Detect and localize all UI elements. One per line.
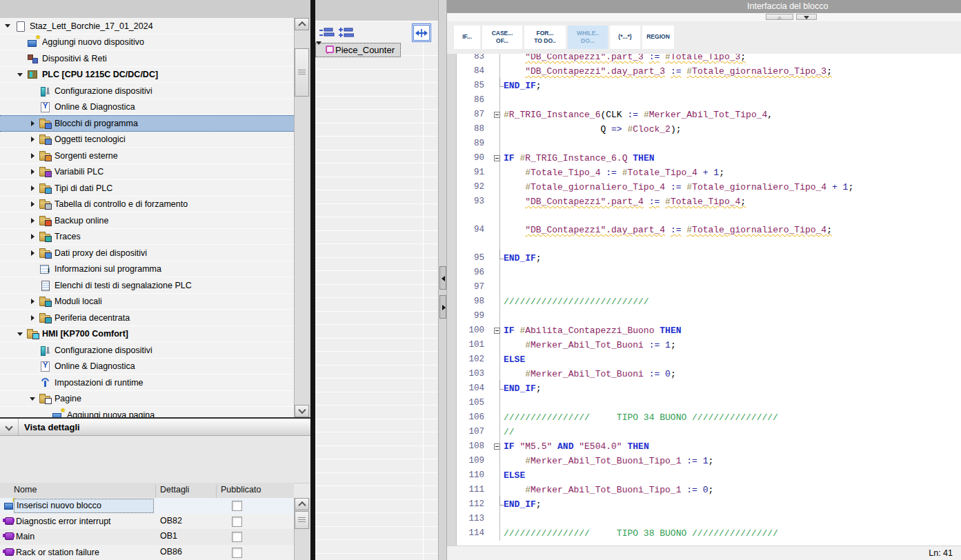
tree-item-elenchi-di-testi-di-segnalazione-plc[interactable]: Elenchi di testi di segnalazione PLC xyxy=(0,277,294,294)
code-line[interactable]: 83 "DB_Contapezzi".part_3 := #Totale_Tip… xyxy=(457,54,961,64)
code-line[interactable]: 113 xyxy=(457,512,961,526)
code-line[interactable]: 105 xyxy=(457,396,961,410)
code-line[interactable]: 90IF #R_TRIG_Instance_6.Q THEN xyxy=(457,151,961,166)
published-checkbox[interactable] xyxy=(232,548,242,558)
collapsed-arrow-icon[interactable] xyxy=(28,201,37,207)
table-row[interactable]: MainOB1 xyxy=(0,529,294,545)
tree-item-online-diagnostica[interactable]: Online & Diagnostica xyxy=(0,359,294,375)
tree-item-plc-cpu-1215c-dc-dc-dc-[interactable]: PLC [CPU 1215C DC/DC/DC] xyxy=(0,67,294,83)
code-text[interactable]: END_IF; xyxy=(500,79,542,93)
code-text[interactable]: #Merker_Abil_Tot_Buoni := 0; xyxy=(500,367,676,381)
code-line[interactable]: 112END_IF; xyxy=(457,497,961,512)
expanded-arrow-icon[interactable] xyxy=(15,332,25,336)
tree-item-traces[interactable]: Traces xyxy=(0,229,294,246)
code-line[interactable]: 95END_IF; xyxy=(457,251,961,266)
code-text[interactable]: #Merker_Abil_Tot_Buoni_Tipo_1 := 1; xyxy=(500,454,713,468)
synchronize-button[interactable] xyxy=(412,23,431,42)
code-text[interactable]: END_IF; xyxy=(500,497,542,512)
fold-collapse-icon[interactable] xyxy=(494,112,500,118)
snippet-button-region[interactable]: REGION xyxy=(642,26,674,49)
code-text[interactable]: IF #Abilita_Contapezzi_Buono THEN xyxy=(500,323,682,338)
code-text[interactable]: #Totale_giornaliero_Tipo_4 := #Totale_gi… xyxy=(500,180,853,194)
expanded-arrow-icon[interactable] xyxy=(28,397,37,401)
published-checkbox[interactable] xyxy=(232,532,242,542)
tree-scrollbar[interactable] xyxy=(294,18,310,417)
expanded-arrow-icon[interactable] xyxy=(316,45,321,55)
collapsed-arrow-icon[interactable] xyxy=(28,250,37,256)
tree-item-dispositivi-reti[interactable]: Dispositivi & Reti xyxy=(0,50,294,67)
collapsed-arrow-icon[interactable] xyxy=(28,153,37,159)
code-line[interactable]: 109 #Merker_Abil_Tot_Buoni_Tipo_1 := 1; xyxy=(457,454,961,468)
snippet-button-if[interactable]: IF... xyxy=(454,26,480,49)
column-header-dettagli[interactable]: Dettagli xyxy=(160,485,189,494)
tree-item-sorgenti-esterne[interactable]: Sorgenti esterne xyxy=(0,148,294,164)
code-text[interactable]: Q => #Clock_2); xyxy=(500,122,681,137)
code-text[interactable]: /////////////////////////// xyxy=(500,294,649,309)
table-row[interactable]: Inserisci nuovo blocco xyxy=(0,498,294,514)
fold-collapse-icon[interactable] xyxy=(494,443,500,450)
code-text[interactable]: //////////////// TIPO 38 BUONO /////////… xyxy=(500,526,778,541)
code-line[interactable]: 86 xyxy=(457,93,961,108)
tree-item-tipi-di-dati-plc[interactable]: Tipi di dati PLC xyxy=(0,180,294,197)
code-line[interactable]: 106//////////////// TIPO 34 BUONO //////… xyxy=(457,410,961,425)
table-row[interactable]: Rack or station failureOB86 xyxy=(0,545,294,560)
tree-item-variabili-plc[interactable]: Variabili PLC xyxy=(0,164,294,181)
code-line[interactable]: 108IF "M5.5" AND "E504.0" THEN xyxy=(457,439,961,454)
collapse-section-icon[interactable] xyxy=(0,419,19,435)
details-scrollbar[interactable] xyxy=(294,498,310,560)
triangle-up-icon[interactable] xyxy=(766,14,793,20)
code-line[interactable]: 92 #Totale_giornaliero_Tipo_4 := #Totale… xyxy=(457,180,961,194)
snippet-button-[interactable]: (*...*) xyxy=(610,26,640,49)
expanded-arrow-icon[interactable] xyxy=(3,24,12,28)
tree-item-oggetti-tecnologici[interactable]: Oggetti tecnologici xyxy=(0,132,294,148)
expand-all-icon[interactable] xyxy=(339,28,354,38)
code-text[interactable]: #Merker_Abil_Tot_Buoni_Tipo_1 := 0; xyxy=(500,483,713,497)
code-text[interactable]: "DB_Contapezzi".day_part_4 := #Totale_gi… xyxy=(500,223,832,237)
collapsed-arrow-icon[interactable] xyxy=(28,169,37,174)
code-line[interactable]: 102ELSE xyxy=(457,352,961,367)
tree-item-pagine[interactable]: Pagine xyxy=(0,391,294,408)
code-line[interactable]: 114//////////////// TIPO 38 BUONO //////… xyxy=(457,526,961,541)
scroll-up-icon[interactable] xyxy=(295,498,309,510)
code-text[interactable]: END_IF; xyxy=(500,381,542,396)
tree-item-informazioni-sul-programma[interactable]: Informazioni sul programma xyxy=(0,261,294,278)
collapsed-arrow-icon[interactable] xyxy=(28,299,37,304)
code-text[interactable]: "DB_Contapezzi".part_4 := #Totale_Tipo_4… xyxy=(500,194,746,209)
code-area[interactable]: 83 "DB_Contapezzi".part_3 := #Totale_Tip… xyxy=(447,54,961,546)
tree-item-aggiungi-nuovo-dispositivo[interactable]: Aggiungi nuovo dispositivo xyxy=(0,34,294,51)
code-text[interactable]: IF #R_TRIG_Instance_6.Q THEN xyxy=(500,151,655,166)
code-line[interactable]: 101 #Merker_Abil_Tot_Buoni := 1; xyxy=(457,338,961,352)
code-line[interactable]: 103 #Merker_Abil_Tot_Buoni := 0; xyxy=(457,367,961,381)
collapsed-arrow-icon[interactable] xyxy=(28,186,37,191)
code-line[interactable]: 98/////////////////////////// xyxy=(457,294,961,309)
tree-item-online-diagnostica[interactable]: Online & Diagnostica xyxy=(0,99,294,116)
code-line[interactable]: 110ELSE xyxy=(457,468,961,483)
code-text[interactable]: ELSE xyxy=(500,352,525,367)
tree-item-hmi-kp700-comfort-[interactable]: HMI [KP700 Comfort] xyxy=(0,326,294,343)
collapsed-arrow-icon[interactable] xyxy=(28,137,37,142)
tree-item-blocchi-di-programma[interactable]: Blocchi di programma xyxy=(0,115,294,132)
snippet-button-for[interactable]: FOR...TO DO.. xyxy=(524,26,566,49)
tree-item-dati-proxy-dei-dispositivi[interactable]: Dati proxy dei dispositivi xyxy=(0,245,294,261)
code-line[interactable]: 91 #Totale_Tipo_4 := #Totale_Tipo_4 + 1; xyxy=(457,166,961,180)
scroll-up-icon[interactable] xyxy=(295,18,309,30)
code-line[interactable]: 99 xyxy=(457,309,961,323)
code-line[interactable]: 97 xyxy=(457,280,961,294)
scrollbar-thumb[interactable] xyxy=(295,48,309,97)
fold-collapse-icon[interactable] xyxy=(494,155,500,161)
published-checkbox[interactable] xyxy=(232,501,242,511)
tree-item-backup-online[interactable]: Backup online xyxy=(0,212,294,229)
tree-item-staz-lett-borchie-17-01-2024[interactable]: Staz_Lett_Borchie_17_01_2024 xyxy=(0,18,294,34)
code-text[interactable]: END_IF; xyxy=(500,251,542,266)
code-text[interactable]: "DB_Contapezzi".part_3 := #Totale_Tipo_3… xyxy=(500,54,746,64)
tree-item-tabella-di-controllo-e-di-forzamento[interactable]: Tabella di controllo e di forzamento xyxy=(0,197,294,213)
code-line[interactable]: 111 #Merker_Abil_Tot_Buoni_Tipo_1 := 0; xyxy=(457,483,961,497)
code-line[interactable]: 93 "DB_Contapezzi".part_4 := #Totale_Tip… xyxy=(457,194,961,223)
pane-splitter[interactable] xyxy=(438,0,447,560)
snippet-button-case[interactable]: CASE...OF... xyxy=(482,26,522,49)
code-line[interactable]: 87#R_TRIG_Instance_6(CLK := #Merker_Abil… xyxy=(457,108,961,122)
code-line[interactable]: 96 xyxy=(457,266,961,280)
collapse-all-icon[interactable] xyxy=(319,28,335,38)
column-header-nome[interactable]: Nome xyxy=(14,485,37,494)
code-text[interactable]: #Merker_Abil_Tot_Buoni := 1; xyxy=(500,338,676,352)
